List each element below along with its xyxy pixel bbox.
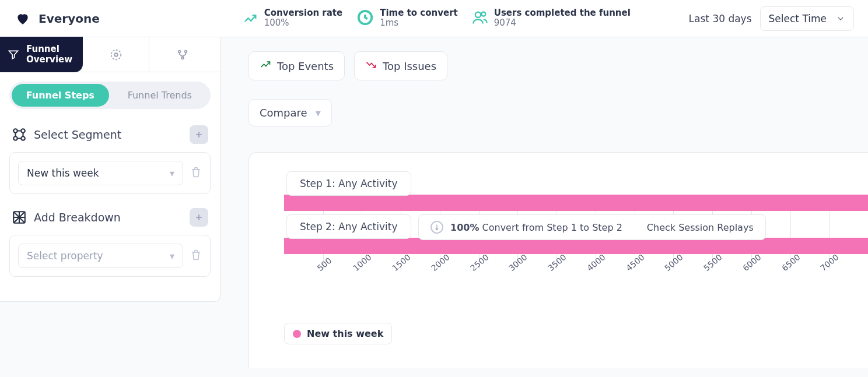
- tab-line1: Funnel: [26, 44, 72, 54]
- axis-tick: 5000: [663, 252, 685, 273]
- svg-point-5: [178, 50, 181, 52]
- pill-funnel-steps[interactable]: Funnel Steps: [12, 84, 109, 107]
- bar: [284, 238, 868, 254]
- svg-point-9: [21, 129, 25, 133]
- caret-down-icon: ▾: [170, 251, 174, 262]
- tab-funnel-overview[interactable]: Funnel Overview: [0, 37, 83, 72]
- trash-icon: [190, 249, 202, 260]
- add-segment-button[interactable]: [190, 125, 208, 144]
- top-issues-button[interactable]: Top Issues: [354, 51, 447, 80]
- target-icon: [110, 48, 123, 61]
- svg-point-8: [13, 129, 18, 133]
- chevron-down-icon: [836, 14, 845, 23]
- trend-up-icon: [260, 59, 271, 73]
- convert-box: ↓100% Convert from Step 1 to Step 2Check…: [418, 214, 766, 240]
- metric-users-label: Users completed the funnel: [494, 8, 631, 18]
- metric-time-label: Time to convert: [380, 8, 458, 18]
- add-breakdown-button[interactable]: [190, 208, 208, 227]
- axis-tick: 5500: [702, 252, 724, 273]
- segment-header: Select Segment: [9, 122, 211, 152]
- breakdown-placeholder: Select property: [27, 250, 165, 262]
- metric-time-value: 1ms: [380, 17, 458, 29]
- plus-icon: [194, 130, 204, 139]
- trend-down-icon: [365, 59, 377, 73]
- select-time-dropdown[interactable]: Select Time: [760, 6, 854, 31]
- svg-point-10: [13, 136, 18, 140]
- axis-tick: 500: [315, 256, 333, 273]
- axis-tick: 2500: [468, 252, 491, 273]
- caret-down-icon: ▾: [316, 107, 321, 119]
- chart-up-icon: [242, 9, 258, 28]
- sidebar: Funnel Overview Funnel Steps Funnel Tren…: [0, 37, 220, 302]
- brand-label: Everyone: [38, 12, 100, 26]
- svg-point-11: [21, 136, 25, 140]
- svg-point-3: [111, 50, 121, 59]
- segment-label: Select Segment: [34, 128, 183, 141]
- convert-pct: 100%: [450, 222, 479, 233]
- step-label: Step 2: Any Activity: [286, 214, 411, 239]
- tab-line2: Overview: [26, 55, 72, 65]
- breakdown-header: Add Breakdown: [9, 205, 211, 235]
- plus-icon: [194, 213, 204, 222]
- axis-tick: 2000: [429, 252, 452, 273]
- segment-value: New this week: [27, 167, 165, 179]
- metric-conversion: Conversion rate 100%: [242, 8, 342, 29]
- axis-tick: 3000: [508, 252, 530, 273]
- bar-row: Step 2: Any Activity↓100% Convert from S…: [284, 223, 868, 254]
- svg-point-2: [481, 12, 485, 16]
- svg-point-6: [185, 50, 187, 52]
- time-group: Last 30 days Select Time: [689, 6, 854, 31]
- top-events-button[interactable]: Top Events: [249, 51, 345, 80]
- axis-tick: 1000: [352, 252, 374, 273]
- segment-icon: [12, 127, 27, 142]
- chart-legend: New this week: [284, 323, 392, 344]
- breakdown-label: Add Breakdown: [34, 211, 183, 224]
- svg-point-4: [114, 53, 118, 57]
- sidebar-tabs: Funnel Overview: [0, 37, 220, 72]
- metrics-row: Conversion rate 100% Time to convert 1ms…: [242, 8, 631, 29]
- funnel-chart: Step 1: Any ActivityStep 2: Any Activity…: [284, 179, 868, 301]
- tab-secondary-1[interactable]: [83, 37, 149, 72]
- caret-down-icon: ▾: [170, 168, 174, 179]
- top-issues-label: Top Issues: [383, 60, 436, 72]
- x-axis: 5001000150020002500300035004000450050005…: [284, 266, 868, 301]
- select-time-label: Select Time: [769, 13, 827, 24]
- chart-panel: Step 1: Any ActivityStep 2: Any Activity…: [249, 152, 868, 368]
- axis-tick: 6500: [780, 252, 802, 273]
- main-panel: Top Events Top Issues Compare ▾ Step 1: …: [220, 37, 868, 368]
- legend-dot-icon: [293, 330, 301, 338]
- brand: Everyone: [15, 11, 100, 26]
- delete-breakdown-button[interactable]: [190, 249, 202, 263]
- svg-point-7: [181, 57, 184, 59]
- svg-point-1: [475, 12, 481, 17]
- legend-label: New this week: [307, 328, 383, 339]
- breakdown-select[interactable]: Select property ▾: [18, 244, 183, 268]
- compare-label: Compare: [260, 107, 307, 119]
- breakdown-card: Select property ▾: [9, 235, 211, 277]
- delete-segment-button[interactable]: [190, 166, 202, 180]
- segment-select[interactable]: New this week ▾: [18, 161, 183, 185]
- metric-users-value: 9074: [494, 17, 631, 29]
- step-label: Step 1: Any Activity: [286, 171, 411, 196]
- breakdown-icon: [12, 210, 27, 225]
- tab-secondary-2[interactable]: [149, 37, 216, 72]
- metric-conversion-label: Conversion rate: [264, 8, 342, 18]
- axis-tick: 4000: [585, 252, 607, 273]
- axis-tick: 1500: [390, 252, 412, 273]
- compare-dropdown[interactable]: Compare ▾: [249, 99, 332, 126]
- toolbar: Top Events Top Issues Compare ▾: [249, 51, 868, 126]
- top-bar: Everyone Conversion rate 100% Time to co…: [0, 0, 868, 37]
- branch-icon: [176, 48, 189, 61]
- axis-tick: 4500: [624, 252, 646, 273]
- axis-tick: 3500: [546, 252, 568, 273]
- session-replay-link[interactable]: Check Session Replays: [647, 222, 754, 233]
- convert-text: Convert from Step 1 to Step 2: [482, 222, 622, 233]
- metric-users: Users completed the funnel 9074: [472, 8, 631, 29]
- axis-tick: 6000: [741, 252, 763, 273]
- top-events-label: Top Events: [277, 60, 334, 72]
- download-circle-icon: ↓: [430, 221, 443, 234]
- trash-icon: [190, 166, 202, 178]
- funnel-icon: [8, 49, 19, 61]
- pill-funnel-trends[interactable]: Funnel Trends: [111, 84, 209, 107]
- segment-card: New this week ▾: [9, 152, 211, 194]
